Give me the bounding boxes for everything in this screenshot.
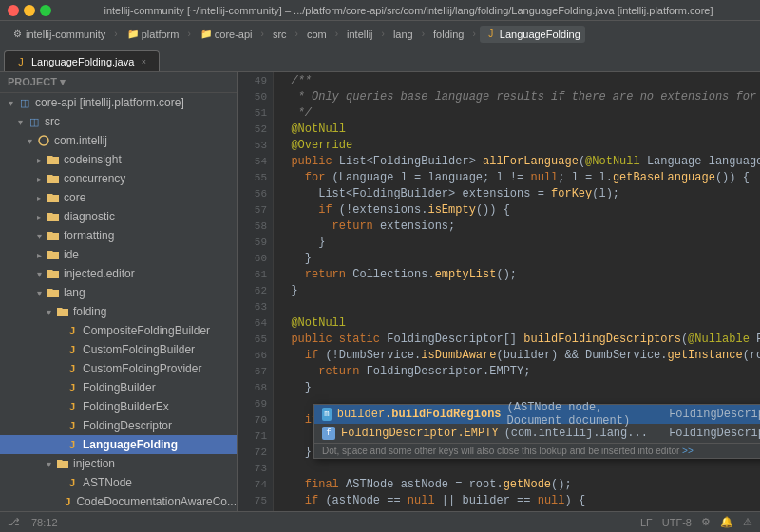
tree-item-diagnostic[interactable]: ▸diagnostic (0, 207, 237, 226)
tab-close-button[interactable]: × (138, 56, 149, 67)
tree-label: folding (73, 305, 106, 318)
tree-label: diagnostic (64, 210, 115, 223)
tree-icon (55, 304, 70, 319)
cursor-position[interactable]: 78:12 (31, 517, 58, 528)
tree-label: com.intellij (54, 134, 107, 147)
tree-item-codedocumentationawareco...[interactable]: JCodeDocumentationAwareCo... (0, 492, 237, 511)
nav-core-api[interactable]: 📁 core-api (195, 26, 257, 43)
project-icon: ⚙ (10, 28, 24, 41)
tree-item-customfoldingbuilder[interactable]: JCustomFoldingBuilder (0, 340, 237, 359)
tree-label: CustomFoldingBuilder (83, 343, 195, 356)
tree-icon: J (65, 475, 80, 490)
tree-icon (55, 456, 70, 471)
tree-icon: J (65, 437, 80, 452)
tree-icon (46, 266, 61, 281)
tree-icon (46, 247, 61, 262)
tree-item-astnode[interactable]: JASTNode (0, 473, 237, 492)
ac-field-type: FoldingDescriptor[] (669, 427, 760, 440)
project-tree: Project ▾ ▾ ◫ core-api [intellij.platfor… (0, 72, 238, 511)
tree-label: core (64, 191, 86, 204)
autocomplete-item-1[interactable]: f FoldingDescriptor.EMPTY (com.intellij.… (314, 424, 760, 443)
tree-label: FoldingDescriptor (83, 419, 172, 432)
tree-item-languagefolding[interactable]: JLanguageFolding (0, 435, 237, 454)
tree-label: CodeDocumentationAwareCo... (76, 495, 237, 508)
expand-arrow: ▸ (32, 174, 46, 184)
tree-item-injection[interactable]: ▾injection (0, 454, 237, 473)
window-controls (8, 5, 51, 16)
tree-icon (46, 152, 61, 167)
tree-item-core[interactable]: ▸core (0, 188, 237, 207)
nav-lang[interactable]: lang (389, 27, 418, 42)
close-button[interactable] (8, 5, 19, 16)
tree-icon: ◫ (27, 114, 42, 129)
code-editor: 4950515253 5455565758 5960616263 6465666… (238, 72, 760, 511)
tree-icon: J (65, 418, 80, 433)
line-separator[interactable]: LF (640, 517, 653, 528)
tree-item-foldingbuilderex[interactable]: JFoldingBuilderEx (0, 397, 237, 416)
tree-item-foldingdescriptor[interactable]: JFoldingDescriptor (0, 416, 237, 435)
git-status[interactable]: ⎇ (8, 516, 20, 528)
tree-icon: J (62, 494, 74, 509)
nav-project[interactable]: ⚙ intellij-community (6, 26, 110, 43)
tree-label: ide (64, 248, 79, 261)
expand-arrow: ▸ (32, 193, 46, 203)
tab-language-folding[interactable]: J LanguageFolding.java × (4, 50, 160, 71)
tree-item-ide[interactable]: ▸ide (0, 245, 237, 264)
expand-arrow: ▸ (32, 212, 46, 222)
minimize-button[interactable] (24, 5, 35, 16)
tree-root[interactable]: ▾ ◫ core-api [intellij.platform.core] (0, 93, 237, 112)
warnings[interactable]: ⚠ (743, 516, 752, 528)
java-icon: J (484, 28, 498, 41)
tree-item-compositefoldingbuilder[interactable]: JCompositeFoldingBuilder (0, 321, 237, 340)
tree-item-formatting[interactable]: ▾formatting (0, 226, 237, 245)
encoding[interactable]: UTF-8 (662, 517, 692, 528)
tree-item-com.intellij[interactable]: ▾com.intellij (0, 131, 237, 150)
ac-return-type: FoldingDescriptor[] (669, 408, 760, 421)
tree-label: src (45, 115, 60, 128)
nav-folding[interactable]: folding (428, 27, 468, 42)
maximize-button[interactable] (40, 5, 51, 16)
title-bar: intellij-community [~/intellij-community… (0, 0, 760, 21)
sidebar-header[interactable]: Project ▾ (0, 72, 237, 93)
module-icon: ◫ (17, 95, 32, 110)
tab-bar: J LanguageFolding.java × (0, 48, 760, 72)
tree-icon (46, 190, 61, 205)
tree-label: concurrency (64, 172, 125, 185)
tree-item-foldingbuilder[interactable]: JFoldingBuilder (0, 378, 237, 397)
tree-item-injected.editor[interactable]: ▾injected.editor (0, 264, 237, 283)
file-type: 🔔 (720, 516, 733, 528)
ac-field-name: FoldingDescriptor.EMPTY (341, 427, 499, 440)
autocomplete-hint: Dot, space and some other keys will also… (314, 443, 760, 458)
expand-arrow: ▾ (13, 117, 27, 127)
nav-intellij[interactable]: intellij (342, 27, 378, 42)
tree-icon: J (65, 361, 80, 376)
nav-src[interactable]: src (268, 27, 292, 42)
tree-item-lang[interactable]: ▾lang (0, 283, 237, 302)
line-numbers: 4950515253 5455565758 5960616263 6465666… (238, 72, 274, 511)
nav-platform[interactable]: 📁 platform (122, 26, 184, 43)
tree-item-folding[interactable]: ▾folding (0, 302, 237, 321)
indent-status[interactable]: ⚙ (701, 516, 711, 528)
tree-label: LanguageFolding (83, 438, 178, 451)
hint-link[interactable]: >> (682, 446, 694, 456)
java-file-icon: J (14, 55, 28, 68)
tab-label: LanguageFolding.java (31, 56, 134, 67)
tree-item-customfoldingprovider[interactable]: JCustomFoldingProvider (0, 359, 237, 378)
tree-icon: J (65, 380, 80, 395)
main-layout: Project ▾ ▾ ◫ core-api [intellij.platfor… (0, 72, 760, 511)
tree-item-src[interactable]: ▾◫src (0, 112, 237, 131)
tree-item-concurrency[interactable]: ▸concurrency (0, 169, 237, 188)
autocomplete-popup[interactable]: m builder.buildFoldRegions (ASTNode node… (314, 404, 760, 459)
autocomplete-item-0[interactable]: m builder.buildFoldRegions (ASTNode node… (314, 405, 760, 424)
expand-arrow: ▸ (32, 155, 46, 165)
method-icon: m (322, 408, 332, 421)
tree-icon: J (65, 342, 80, 357)
expand-arrow: ▾ (4, 98, 17, 108)
nav-com[interactable]: com (302, 27, 332, 42)
nav-language-folding[interactable]: J LanguageFolding (480, 26, 585, 43)
expand-arrow: ▾ (42, 459, 55, 469)
tree-item-codeinsight[interactable]: ▸codeinsight (0, 150, 237, 169)
tree-icon (46, 228, 61, 243)
tree-icon (46, 285, 61, 300)
expand-arrow: ▾ (32, 288, 46, 298)
